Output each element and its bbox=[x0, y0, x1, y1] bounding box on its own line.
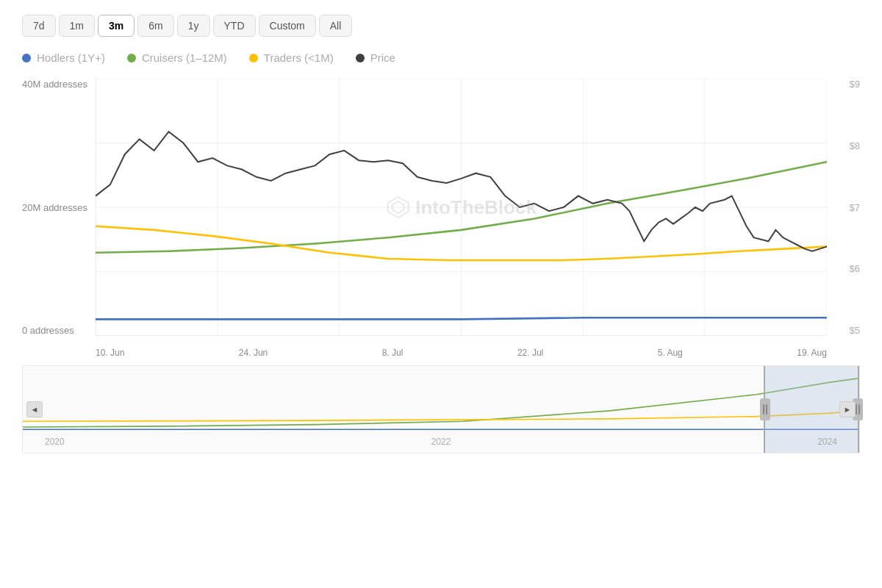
chart-area: 40M addresses20M addresses0 addresses $9… bbox=[22, 79, 860, 581]
x-label: 5. Aug bbox=[658, 348, 683, 358]
x-label: 22. Jul bbox=[517, 348, 543, 358]
time-controls: 7d1m3m6m1yYTDCustomAll bbox=[22, 15, 860, 37]
time-btn-all[interactable]: All bbox=[319, 15, 353, 37]
nav-years: 202020222024 bbox=[45, 437, 837, 447]
time-btn-3m[interactable]: 3m bbox=[98, 15, 135, 37]
nav-year: 2020 bbox=[45, 437, 65, 447]
y-label-right: $8 bbox=[850, 140, 860, 151]
legend-label-traders: Traders (<1M) bbox=[264, 51, 334, 64]
nav-scroll-right[interactable]: ► bbox=[839, 401, 856, 417]
x-label: 19. Aug bbox=[797, 348, 827, 358]
nav-inner: ◄ ► 202020222024 bbox=[23, 366, 859, 453]
x-axis: 10. Jun24. Jun8. Jul22. Jul5. Aug19. Aug bbox=[96, 348, 827, 358]
y-label-right: $9 bbox=[850, 79, 860, 90]
time-btn-custom[interactable]: Custom bbox=[259, 15, 316, 37]
time-btn-ytd[interactable]: YTD bbox=[213, 15, 256, 37]
main-chart: 40M addresses20M addresses0 addresses $9… bbox=[22, 79, 860, 358]
y-label-right: $6 bbox=[850, 263, 860, 274]
legend-dot-hodlers bbox=[22, 54, 31, 62]
x-label: 10. Jun bbox=[96, 348, 124, 358]
chart-svg-container: IntoTheBlock bbox=[96, 79, 827, 336]
x-label: 24. Jun bbox=[239, 348, 268, 358]
nav-year: 2022 bbox=[431, 437, 451, 447]
legend-dot-cruisers bbox=[127, 54, 136, 62]
time-btn-1y[interactable]: 1y bbox=[177, 15, 210, 37]
nav-year: 2024 bbox=[817, 437, 837, 447]
x-label: 8. Jul bbox=[382, 348, 404, 358]
legend-label-hodlers: Hodlers (1Y+) bbox=[37, 51, 105, 64]
time-btn-1m[interactable]: 1m bbox=[59, 15, 95, 37]
legend-label-cruisers: Cruisers (1–12M) bbox=[142, 51, 227, 64]
legend-dot-traders bbox=[249, 54, 258, 62]
time-btn-7d[interactable]: 7d bbox=[22, 15, 56, 37]
legend-dot-price bbox=[356, 54, 365, 62]
nav-scroll-left[interactable]: ◄ bbox=[26, 401, 43, 417]
y-axis-right: $9$8$7$6$5 bbox=[831, 79, 860, 336]
legend-item-traders: Traders (<1M) bbox=[249, 51, 334, 64]
chart-svg bbox=[96, 79, 827, 336]
navigator: ◄ ► 202020222024 bbox=[22, 365, 860, 453]
time-btn-6m[interactable]: 6m bbox=[137, 15, 173, 37]
legend: Hodlers (1Y+)Cruisers (1–12M)Traders (<1… bbox=[22, 51, 860, 64]
legend-label-price: Price bbox=[370, 51, 395, 64]
y-label-right: $7 bbox=[850, 202, 860, 213]
legend-item-hodlers: Hodlers (1Y+) bbox=[22, 51, 105, 64]
y-label-right: $5 bbox=[850, 325, 860, 336]
main-container: 7d1m3m6m1yYTDCustomAll Hodlers (1Y+)Crui… bbox=[0, 0, 882, 588]
legend-item-cruisers: Cruisers (1–12M) bbox=[127, 51, 227, 64]
nav-chart-svg bbox=[23, 366, 859, 431]
nav-handle-left[interactable] bbox=[760, 398, 770, 420]
legend-item-price: Price bbox=[356, 51, 395, 64]
